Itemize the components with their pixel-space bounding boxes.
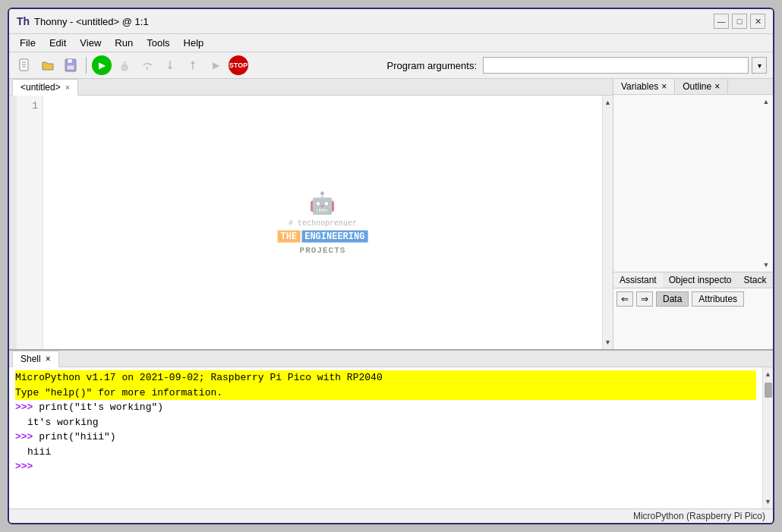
right-panel-scroll-up[interactable]: ▲: [761, 96, 771, 107]
step-into-button[interactable]: [160, 55, 180, 75]
save-file-button[interactable]: [61, 55, 80, 75]
stack-tab-label: Stack: [743, 275, 766, 285]
run-icon: ▶: [99, 60, 106, 71]
right-bottom-content: ⇐ ⇒ Data Attributes: [613, 288, 773, 349]
variables-tab-close[interactable]: ×: [661, 81, 667, 92]
shell-prompt-3: >>>: [15, 461, 33, 472]
shell-prompt-1: >>>: [15, 401, 39, 413]
shell-cmd-1: print("it's working"): [39, 401, 163, 413]
step-over-button[interactable]: [137, 55, 157, 75]
right-tab-outline[interactable]: Outline ×: [675, 79, 728, 94]
menu-run[interactable]: Run: [109, 36, 139, 50]
right-tab-assistant[interactable]: Assistant: [613, 272, 663, 288]
debug-icon: [118, 58, 131, 72]
scroll-up-arrow[interactable]: ▲: [603, 97, 613, 108]
menu-tools[interactable]: Tools: [140, 36, 175, 50]
separator-1: [86, 57, 87, 74]
maximize-button[interactable]: □: [732, 14, 747, 29]
shell-banner-line1: MicroPython v1.17 on 2021-09-02; Raspber…: [15, 370, 756, 386]
svg-point-7: [121, 65, 128, 71]
shell-scroll-up[interactable]: ▲: [763, 369, 774, 379]
variables-tab-label: Variables: [621, 81, 658, 92]
editor-watermark: 🤖 # technoprenuer THE ENGINEERING PROJEC…: [278, 190, 368, 255]
program-args-input[interactable]: [483, 57, 749, 74]
menu-file[interactable]: File: [14, 36, 42, 50]
obj-forward-button[interactable]: ⇒: [636, 291, 653, 307]
svg-rect-6: [67, 65, 74, 70]
step-out-button[interactable]: [183, 55, 203, 75]
shell-line-2: >>> print("hiii"): [15, 430, 756, 445]
editor-wrapper: 1 🤖 # technoprenuer THE ENGINEERING PROJ…: [9, 96, 613, 349]
shell-cmd-2: print("hiii"): [39, 431, 115, 442]
editor-scrollbar: ▲ ▼: [602, 96, 613, 349]
open-file-icon: [41, 58, 55, 72]
step-into-icon: [163, 58, 177, 72]
gutter-strip: [9, 96, 17, 349]
shell-tab[interactable]: Shell ×: [12, 351, 59, 367]
right-panel-scroll-down[interactable]: ▼: [761, 260, 771, 270]
scroll-down-arrow[interactable]: ▼: [603, 337, 613, 348]
editor-tab-untitled[interactable]: <untitled> ×: [12, 79, 78, 96]
main-content: <untitled> × 1 🤖 # technoprenuer: [9, 79, 773, 349]
toolbar: ▶ ▶: [9, 52, 773, 79]
shell-line-1: >>> print("it's working"): [15, 400, 756, 415]
titlebar: Th Thonny - <untitled> @ 1:1 — □ ✕: [9, 9, 773, 34]
stop-button[interactable]: STOP: [229, 55, 248, 75]
menu-help[interactable]: Help: [178, 36, 210, 50]
shell-scrollbar-thumb[interactable]: [765, 382, 772, 398]
titlebar-left: Th Thonny - <untitled> @ 1:1: [17, 15, 149, 27]
right-bottom-tabs: Assistant Object inspecto Stack: [613, 272, 773, 288]
minimize-button[interactable]: —: [714, 14, 729, 29]
object-inspector-tab-label: Object inspecto: [669, 275, 732, 285]
right-panel-content: ▲ ▼: [613, 95, 773, 272]
save-file-icon: [64, 58, 77, 72]
shell-content[interactable]: MicroPython v1.17 on 2021-09-02; Raspber…: [9, 367, 762, 508]
brand-projects: PROJECTS: [300, 246, 346, 255]
shell-area: Shell × MicroPython v1.17 on 2021-09-02;…: [9, 349, 773, 508]
obj-back-button[interactable]: ⇐: [616, 291, 633, 307]
open-file-button[interactable]: [38, 55, 58, 75]
menubar: File Edit View Run Tools Help: [9, 34, 773, 52]
shell-scrollbar: ▲ ▼: [762, 367, 773, 508]
right-tab-object-inspector[interactable]: Object inspecto: [663, 272, 738, 288]
resume-button[interactable]: ▶: [206, 55, 225, 75]
step-out-icon: [186, 58, 200, 72]
run-button[interactable]: ▶: [92, 55, 112, 75]
statusbar: MicroPython (Raspberry Pi Pico): [9, 508, 773, 523]
editor-tab-close[interactable]: ×: [65, 83, 70, 92]
svg-rect-5: [68, 59, 72, 63]
right-panel: Variables × Outline × ▲ ▼: [613, 79, 773, 349]
outline-tab-label: Outline: [683, 81, 711, 92]
shell-scroll-down[interactable]: ▼: [763, 496, 774, 507]
editor-tab-label: <untitled>: [20, 82, 61, 93]
obj-attributes-button[interactable]: Attributes: [692, 291, 744, 307]
brand-the: THE: [278, 231, 301, 243]
obj-inspector-toolbar: ⇐ ⇒ Data Attributes: [616, 291, 770, 307]
watermark-brand: THE ENGINEERING: [278, 231, 368, 243]
obj-data-button[interactable]: Data: [656, 291, 689, 307]
menu-view[interactable]: View: [74, 36, 107, 50]
right-tab-stack[interactable]: Stack: [737, 272, 772, 288]
line-numbers: 1: [17, 96, 43, 349]
shell-content-wrapper: MicroPython v1.17 on 2021-09-02; Raspber…: [9, 367, 773, 508]
outline-tab-close[interactable]: ×: [714, 81, 720, 92]
shell-output-text-2: hiii: [15, 445, 756, 460]
menu-edit[interactable]: Edit: [43, 36, 72, 50]
window-title: Thonny - <untitled> @ 1:1: [34, 16, 149, 27]
right-panel-top-tabs: Variables × Outline ×: [613, 79, 773, 95]
app-logo: Th: [17, 15, 30, 27]
debug-button[interactable]: [115, 55, 134, 75]
program-args-dropdown[interactable]: ▾: [752, 57, 767, 74]
editor-content[interactable]: 🤖 # technoprenuer THE ENGINEERING PROJEC…: [43, 96, 602, 349]
stop-icon: STOP: [229, 61, 248, 69]
shell-tab-close[interactable]: ×: [46, 354, 51, 364]
window-controls: — □ ✕: [714, 14, 765, 29]
svg-marker-11: [168, 67, 172, 70]
right-tab-variables[interactable]: Variables ×: [613, 79, 675, 94]
step-over-icon: [140, 58, 154, 72]
brand-engineering: ENGINEERING: [301, 231, 367, 243]
shell-output-text-1: it's working: [15, 415, 756, 430]
editor-area: <untitled> × 1 🤖 # technoprenuer: [9, 79, 613, 349]
close-button[interactable]: ✕: [750, 14, 765, 29]
new-file-button[interactable]: [15, 55, 35, 75]
